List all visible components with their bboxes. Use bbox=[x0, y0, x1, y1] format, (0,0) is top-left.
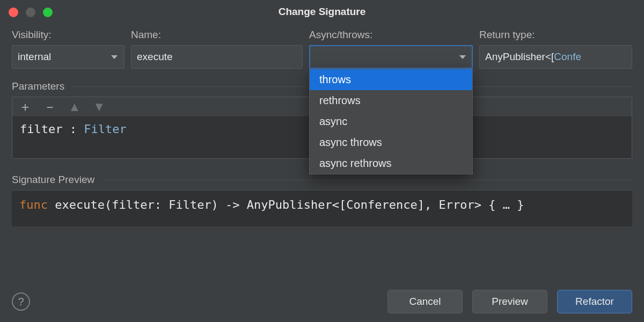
remove-icon[interactable]: － bbox=[43, 100, 56, 113]
help-button[interactable]: ? bbox=[12, 292, 30, 311]
move-up-icon[interactable]: ▲ bbox=[68, 100, 81, 113]
dialog-buttons: Cancel Preview Refactor bbox=[387, 290, 632, 313]
return-type-label: Return type: bbox=[479, 29, 632, 41]
preview-button[interactable]: Preview bbox=[472, 290, 547, 313]
async-combo[interactable] bbox=[309, 45, 473, 69]
return-type-value: AnyPublisher<[Confe bbox=[485, 51, 581, 63]
dropdown-item[interactable]: rethrows bbox=[310, 90, 472, 111]
close-window-icon[interactable] bbox=[9, 8, 18, 17]
dropdown-item[interactable]: async throws bbox=[310, 132, 472, 153]
move-down-icon[interactable]: ▼ bbox=[93, 100, 106, 113]
cancel-button[interactable]: Cancel bbox=[387, 290, 463, 313]
preview-section-label: Signature Preview bbox=[12, 174, 94, 186]
dropdown-item[interactable]: throws bbox=[310, 69, 472, 90]
parameters-section-label: Parameters bbox=[12, 80, 64, 92]
async-dropdown-popup: throwsrethrowsasyncasync throwsasync ret… bbox=[309, 69, 473, 174]
return-type-input[interactable]: AnyPublisher<[Confe bbox=[479, 45, 632, 69]
dialog-title: Change Signature bbox=[279, 6, 366, 18]
dropdown-item[interactable]: async bbox=[310, 111, 472, 132]
visibility-value: internal bbox=[18, 51, 51, 63]
preview-keyword: func bbox=[19, 198, 48, 211]
title-bar: Change Signature bbox=[0, 0, 644, 24]
return-type-field-group: Return type: AnyPublisher<[Confe bbox=[479, 29, 632, 69]
name-field-group: Name: execute bbox=[131, 29, 303, 69]
dialog-footer: ? Cancel Preview Refactor bbox=[0, 290, 644, 322]
visibility-combo[interactable]: internal bbox=[12, 45, 125, 69]
zoom-window-icon[interactable] bbox=[43, 8, 53, 17]
visibility-label: Visibility: bbox=[12, 29, 125, 41]
name-value: execute bbox=[137, 51, 173, 63]
window-controls bbox=[9, 8, 53, 17]
divider bbox=[103, 180, 632, 180]
add-icon[interactable]: ＋ bbox=[19, 100, 32, 113]
name-label: Name: bbox=[131, 29, 303, 41]
param-type: Filter bbox=[84, 122, 126, 136]
param-sep: : bbox=[62, 122, 84, 136]
dropdown-item[interactable]: async rethrows bbox=[310, 153, 472, 174]
signature-preview: func execute(filter: Filter) -> AnyPubli… bbox=[12, 190, 632, 226]
preview-rest: execute(filter: Filter) -> AnyPublisher<… bbox=[48, 198, 524, 211]
help-icon: ? bbox=[18, 296, 24, 308]
preview-section-header: Signature Preview bbox=[12, 174, 632, 186]
chevron-down-icon bbox=[459, 55, 466, 59]
name-input[interactable]: execute bbox=[131, 45, 303, 69]
param-name: filter bbox=[20, 122, 62, 136]
visibility-field-group: Visibility: internal bbox=[12, 29, 125, 69]
minimize-window-icon[interactable] bbox=[26, 8, 35, 17]
async-field-group: Async/throws: bbox=[309, 29, 473, 69]
chevron-down-icon bbox=[111, 55, 118, 59]
async-label: Async/throws: bbox=[309, 29, 473, 41]
refactor-button[interactable]: Refactor bbox=[557, 290, 632, 313]
